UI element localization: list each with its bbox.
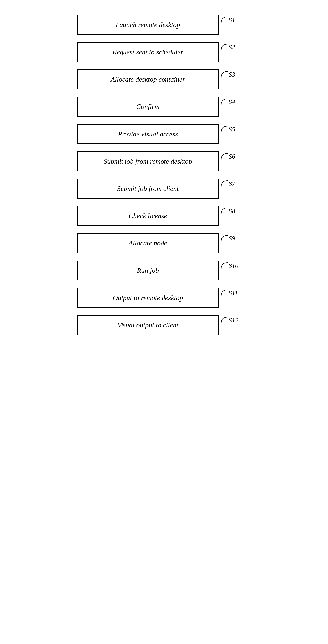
connector-s2 [148, 62, 148, 70]
step-text-s4: Confirm [136, 102, 159, 111]
step-label-text-s8: S8 [229, 208, 235, 215]
step-label-text-s12: S12 [229, 317, 238, 324]
connector-s1 [148, 35, 148, 42]
flowchart-diagram: Launch remote desktopS1Request sent to s… [77, 10, 251, 335]
step-with-label-s12: Visual output to clientS12 [77, 315, 251, 335]
step-text-s8: Check license [129, 212, 167, 220]
step-text-s7: Submit job from client [117, 184, 179, 193]
connector-s9 [148, 253, 148, 260]
step-with-label-s1: Launch remote desktopS1 [77, 15, 251, 35]
step-row-s12: Visual output to clientS12 [77, 315, 251, 335]
step-box-s1: Launch remote desktop [77, 15, 219, 35]
step-label-s3: S3 [221, 71, 235, 78]
step-label-text-s1: S1 [229, 16, 235, 24]
step-with-label-s6: Submit job from remote desktopS6 [77, 152, 251, 171]
step-with-label-s10: Run jobS10 [77, 260, 251, 280]
step-box-s8: Check license [77, 206, 219, 226]
step-label-text-s5: S5 [229, 126, 235, 133]
step-box-s7: Submit job from client [77, 179, 219, 198]
step-box-s5: Provide visual access [77, 124, 219, 144]
step-label-text-s3: S3 [229, 71, 235, 78]
step-label-text-s11: S11 [229, 289, 238, 297]
step-label-s11: S11 [221, 289, 238, 297]
step-row-s2: Request sent to schedulerS2 [77, 42, 251, 70]
step-box-s6: Submit job from remote desktop [77, 152, 219, 171]
step-label-s2: S2 [221, 44, 235, 51]
step-row-s4: ConfirmS4 [77, 97, 251, 124]
step-row-s3: Allocate desktop containerS3 [77, 70, 251, 97]
step-label-s9: S9 [221, 235, 235, 242]
step-label-text-s10: S10 [229, 262, 238, 270]
step-box-s10: Run job [77, 260, 219, 280]
step-text-s12: Visual output to client [117, 321, 179, 330]
step-text-s5: Provide visual access [118, 130, 178, 138]
connector-s8 [148, 226, 148, 233]
step-label-text-s6: S6 [229, 153, 235, 160]
step-with-label-s8: Check licenseS8 [77, 206, 251, 226]
connector-s5 [148, 144, 148, 152]
connector-s11 [148, 308, 148, 315]
step-box-s3: Allocate desktop container [77, 70, 219, 89]
step-with-label-s3: Allocate desktop containerS3 [77, 70, 251, 89]
step-with-label-s9: Allocate nodeS9 [77, 233, 251, 253]
step-label-s8: S8 [221, 208, 235, 215]
step-row-s5: Provide visual accessS5 [77, 124, 251, 152]
step-label-s4: S4 [221, 98, 235, 106]
step-text-s11: Output to remote desktop [113, 293, 183, 302]
step-row-s6: Submit job from remote desktopS6 [77, 152, 251, 179]
connector-s6 [148, 171, 148, 179]
step-box-s4: Confirm [77, 97, 219, 117]
step-label-text-s2: S2 [229, 44, 235, 51]
step-label-text-s9: S9 [229, 235, 235, 242]
connector-s10 [148, 280, 148, 288]
step-label-s1: S1 [221, 16, 235, 24]
step-text-s2: Request sent to scheduler [112, 48, 183, 56]
step-row-s10: Run jobS10 [77, 260, 251, 288]
step-text-s10: Run job [137, 266, 159, 275]
step-with-label-s7: Submit job from clientS7 [77, 179, 251, 198]
connector-s3 [148, 89, 148, 97]
step-row-s9: Allocate nodeS9 [77, 233, 251, 260]
step-label-s6: S6 [221, 153, 235, 160]
step-with-label-s2: Request sent to schedulerS2 [77, 42, 251, 62]
step-label-s7: S7 [221, 180, 235, 188]
step-label-s5: S5 [221, 126, 235, 133]
step-label-text-s4: S4 [229, 98, 235, 106]
step-with-label-s4: ConfirmS4 [77, 97, 251, 117]
step-with-label-s5: Provide visual accessS5 [77, 124, 251, 144]
step-box-s12: Visual output to client [77, 315, 219, 335]
step-text-s6: Submit job from remote desktop [104, 157, 192, 166]
step-text-s1: Launch remote desktop [115, 20, 180, 29]
step-label-s10: S10 [221, 262, 238, 270]
step-row-s7: Submit job from clientS7 [77, 179, 251, 206]
step-text-s9: Allocate node [129, 239, 167, 248]
step-box-s11: Output to remote desktop [77, 288, 219, 308]
step-row-s1: Launch remote desktopS1 [77, 15, 251, 42]
step-label-s12: S12 [221, 317, 238, 324]
step-with-label-s11: Output to remote desktopS11 [77, 288, 251, 308]
step-text-s3: Allocate desktop container [111, 75, 185, 84]
step-box-s9: Allocate node [77, 233, 219, 253]
step-row-s8: Check licenseS8 [77, 206, 251, 233]
connector-s4 [148, 117, 148, 124]
step-label-text-s7: S7 [229, 180, 235, 188]
step-box-s2: Request sent to scheduler [77, 42, 219, 62]
step-row-s11: Output to remote desktopS11 [77, 288, 251, 315]
connector-s7 [148, 198, 148, 206]
